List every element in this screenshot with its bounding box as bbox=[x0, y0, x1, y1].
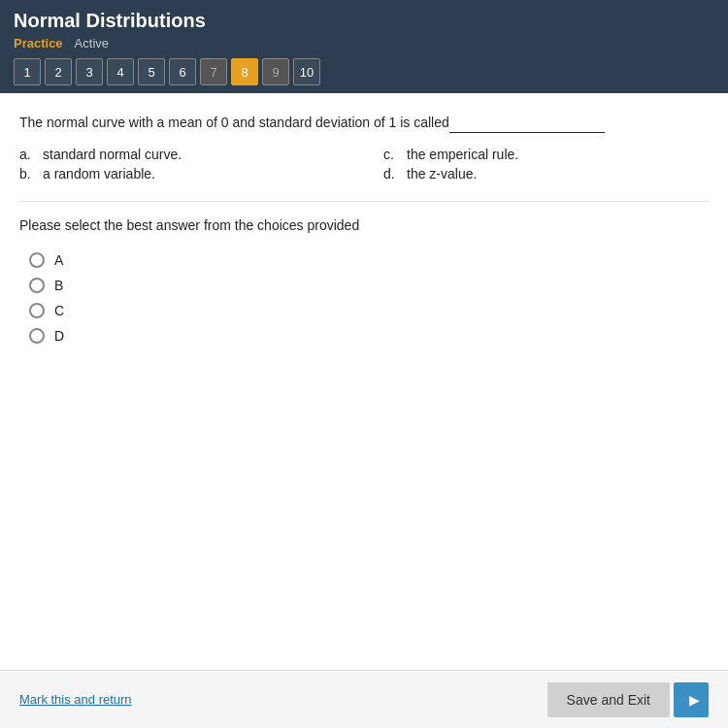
choice-b-letter: b. bbox=[19, 166, 35, 182]
tab-1[interactable]: 1 bbox=[14, 58, 41, 85]
radio-option-c[interactable]: C bbox=[29, 303, 709, 318]
instruction-text: Please select the best answer from the c… bbox=[19, 217, 709, 233]
practice-label: Practice bbox=[14, 36, 63, 50]
radio-circle-c bbox=[29, 303, 45, 318]
radio-label-b: B bbox=[54, 278, 63, 293]
divider bbox=[19, 201, 709, 202]
tab-10[interactable]: 10 bbox=[293, 58, 320, 85]
radio-label-c: C bbox=[54, 303, 64, 318]
next-button[interactable]: ▶ bbox=[674, 682, 709, 717]
tab-2[interactable]: 2 bbox=[45, 58, 72, 85]
tab-4[interactable]: 4 bbox=[107, 58, 134, 85]
tab-7[interactable]: 7 bbox=[200, 58, 227, 85]
choice-d-letter: d. bbox=[383, 166, 399, 182]
footer: Mark this and return Save and Exit ▶ bbox=[0, 670, 728, 728]
radio-circle-a bbox=[29, 252, 45, 268]
choice-c: c. the emperical rule. bbox=[383, 147, 709, 162]
question-text: The normal curve with a mean of 0 and st… bbox=[19, 113, 709, 133]
content-area: The normal curve with a mean of 0 and st… bbox=[0, 93, 728, 724]
tab-6[interactable]: 6 bbox=[169, 58, 196, 85]
blank-line bbox=[449, 132, 605, 133]
radio-option-d[interactable]: D bbox=[29, 328, 709, 344]
radio-label-a: A bbox=[54, 252, 63, 268]
choice-a-letter: a. bbox=[19, 147, 35, 162]
choice-b-text: a random variable. bbox=[43, 166, 155, 182]
choice-d-text: the z-value. bbox=[407, 166, 477, 182]
question-tabs: 1 2 3 4 5 6 7 8 9 10 bbox=[14, 58, 714, 93]
choice-c-letter: c. bbox=[383, 147, 399, 162]
radio-option-b[interactable]: B bbox=[29, 278, 709, 293]
page-title: Normal Distributions bbox=[14, 10, 714, 32]
subtitle-row: Practice Active bbox=[14, 36, 714, 50]
choices-grid: a. standard normal curve. c. the emperic… bbox=[19, 147, 709, 182]
tab-5[interactable]: 5 bbox=[138, 58, 165, 85]
radio-option-a[interactable]: A bbox=[29, 252, 709, 268]
radio-group: A B C D bbox=[29, 252, 709, 344]
tab-8[interactable]: 8 bbox=[231, 58, 258, 85]
footer-buttons: Save and Exit ▶ bbox=[547, 682, 709, 717]
save-exit-button[interactable]: Save and Exit bbox=[547, 682, 670, 717]
choice-a: a. standard normal curve. bbox=[19, 147, 345, 162]
mark-return-link[interactable]: Mark this and return bbox=[19, 692, 132, 707]
choice-b: b. a random variable. bbox=[19, 166, 345, 182]
choice-a-text: standard normal curve. bbox=[43, 147, 182, 162]
radio-circle-b bbox=[29, 278, 45, 293]
header: Normal Distributions Practice Active 1 2… bbox=[0, 0, 728, 93]
radio-circle-d bbox=[29, 328, 45, 344]
active-label: Active bbox=[75, 36, 109, 50]
tab-3[interactable]: 3 bbox=[76, 58, 103, 85]
choice-d: d. the z-value. bbox=[383, 166, 709, 182]
radio-label-d: D bbox=[54, 328, 64, 344]
tab-9[interactable]: 9 bbox=[262, 58, 289, 85]
choice-c-text: the emperical rule. bbox=[407, 147, 518, 162]
